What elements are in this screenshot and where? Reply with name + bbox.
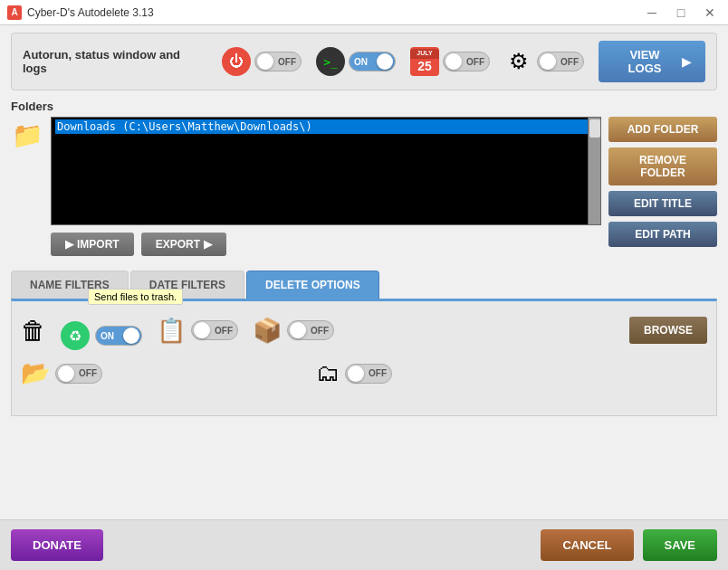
edit-path-button[interactable]: EDIT PATH (608, 222, 717, 247)
archive-option: 📦 OFF (253, 317, 334, 345)
power-toggle-knob (257, 53, 273, 70)
import-export-row: ▶ IMPORT EXPORT ▶ (51, 233, 601, 256)
window-controls: ─ □ ✕ (641, 2, 721, 24)
calendar-icon: JULY 25 (410, 47, 439, 76)
settings-toggle-group: ⚙ OFF (504, 47, 584, 76)
autorun-section: Autorun, status window and logs ⏻ OFF >_… (11, 33, 717, 90)
add-folder-button[interactable]: ADD FOLDER (608, 117, 717, 142)
terminal-toggle[interactable]: ON (349, 52, 396, 71)
power-toggle-label: OFF (278, 57, 296, 67)
minimize-button[interactable]: ─ (641, 2, 663, 24)
terminal-toggle-group: >_ ON (316, 47, 396, 76)
cal-month: JULY (410, 49, 439, 58)
edit-title-button[interactable]: EDIT TITLE (608, 191, 717, 216)
tab-delete-options[interactable]: DELETE OPTIONS (246, 271, 379, 299)
archive-toggle-label: OFF (311, 326, 329, 336)
folders-list-area: Downloads (C:\Users\Matthew\Downloads\) … (51, 117, 601, 256)
move-toggle-label: OFF (215, 326, 233, 336)
maximize-button[interactable]: □ (670, 2, 692, 24)
delete-options-row1: 🗑 Send files to trash. ♻ ON 📋 (21, 310, 707, 350)
archive-toggle-knob (290, 322, 306, 338)
trash-icon: 🗑 (21, 316, 46, 346)
donate-button[interactable]: DONATE (11, 529, 103, 561)
archive-toggle[interactable]: OFF (287, 320, 334, 340)
terminal-icon: >_ (316, 47, 345, 76)
bottom-bar: DONATE CANCEL SAVE (0, 519, 728, 570)
folders-list[interactable]: Downloads (C:\Users\Matthew\Downloads\) (51, 117, 601, 225)
scrollbar-thumb[interactable] (589, 119, 600, 138)
recycle-toggle-row: ♻ ON (61, 321, 142, 350)
recycle-toggle-knob (123, 328, 139, 344)
tab-content-delete-options: 🗑 Send files to trash. ♻ ON 📋 (11, 299, 717, 416)
box-icon: 📂 (21, 359, 50, 387)
move-icon: 📋 (157, 317, 186, 345)
box-option: 📂 OFF (21, 359, 102, 387)
delete-icon-option: 🗂 OFF (316, 359, 392, 387)
folder-icon-area: 📁 (11, 117, 43, 256)
trash-option: 🗑 (21, 316, 46, 346)
settings-toggle[interactable]: OFF (537, 52, 584, 71)
move-toggle-area: OFF (191, 320, 238, 340)
export-button[interactable]: EXPORT ▶ (141, 233, 226, 256)
box-toggle[interactable]: OFF (55, 364, 102, 384)
box-toggle-knob (58, 366, 74, 382)
recycle-toggle-label: ON (101, 331, 114, 341)
close-button[interactable]: ✕ (699, 2, 721, 24)
save-button[interactable]: SAVE (643, 529, 717, 561)
tooltip-send-to-trash: Send files to trash. (88, 289, 183, 305)
power-toggle-group: ⏻ OFF (222, 47, 302, 76)
browse-button[interactable]: BROWSE (629, 317, 707, 344)
recycle-toggle[interactable]: ON (95, 326, 142, 346)
delete-icon-toggle-knob (348, 366, 364, 382)
settings-toggle-knob (540, 53, 556, 70)
calendar-toggle-group: JULY 25 OFF (410, 47, 490, 76)
power-toggle[interactable]: OFF (254, 52, 302, 71)
view-logs-button[interactable]: VIEW LOGS ▶ (599, 41, 705, 82)
folders-section: Folders 📁 Downloads (C:\Users\Matthew\Do… (11, 100, 717, 256)
folders-buttons: ADD FOLDER REMOVE FOLDER EDIT TITLE EDIT… (608, 117, 717, 256)
calendar-toggle-knob (445, 53, 462, 70)
cal-day: 25 (417, 59, 432, 74)
remove-folder-button[interactable]: REMOVE FOLDER (608, 147, 717, 185)
move-toggle[interactable]: OFF (191, 320, 238, 340)
folders-header: Folders (11, 100, 717, 113)
calendar-toggle-label: OFF (466, 57, 484, 67)
move-option: 📋 OFF (157, 317, 238, 345)
delete-icon: 🗂 (316, 359, 340, 387)
cancel-button[interactable]: CANCEL (541, 529, 633, 561)
delete-icon-toggle-label: OFF (369, 368, 387, 378)
settings-toggle-label: OFF (560, 57, 579, 67)
box-toggle-label: OFF (79, 368, 97, 378)
autorun-title: Autorun, status window and logs (23, 48, 200, 75)
recycle-option: Send files to trash. ♻ ON (61, 310, 142, 350)
terminal-toggle-label: ON (354, 57, 368, 67)
delete-icon-toggle[interactable]: OFF (345, 364, 392, 384)
folders-content: 📁 Downloads (C:\Users\Matthew\Downloads\… (11, 117, 717, 256)
calendar-toggle[interactable]: OFF (443, 52, 490, 71)
import-button[interactable]: ▶ IMPORT (51, 233, 134, 256)
main-content: Autorun, status window and logs ⏻ OFF >_… (0, 25, 728, 519)
title-bar: A Cyber-D's Autodelete 3.13 ─ □ ✕ (0, 0, 728, 25)
scrollbar[interactable] (588, 118, 600, 224)
archive-icon: 📦 (253, 317, 282, 345)
folder-icon: 📁 (12, 120, 43, 150)
app-icon: A (7, 5, 22, 20)
gear-icon: ⚙ (504, 47, 533, 76)
terminal-toggle-knob (377, 53, 393, 70)
delete-options-row2: 📂 OFF 🗂 OFF (21, 359, 707, 387)
power-icon: ⏻ (222, 47, 251, 76)
folder-item[interactable]: Downloads (C:\Users\Matthew\Downloads\) (55, 119, 597, 134)
move-toggle-knob (194, 322, 210, 338)
recycle-icon: ♻ (61, 321, 90, 350)
app-title: Cyber-D's Autodelete 3.13 (27, 6, 641, 19)
